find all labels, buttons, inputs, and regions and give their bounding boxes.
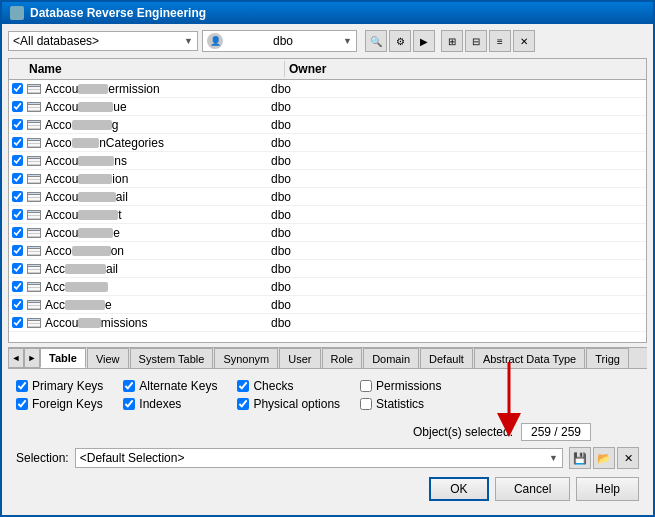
toolbar: <All databases> ▼ 👤 dbo ▼ 🔍 ⚙ ▶ ⊞ ⊟ ≡ ✕	[8, 30, 647, 52]
selection-clear-btn[interactable]: ✕	[617, 447, 639, 469]
table-row[interactable]: Accouion dbo	[9, 170, 646, 188]
physical-options-checkbox[interactable]	[237, 398, 249, 410]
row-checkbox-9[interactable]	[9, 245, 25, 256]
tab-abstract-data-type[interactable]: Abstract Data Type	[474, 348, 585, 368]
tab-system-table[interactable]: System Table	[130, 348, 214, 368]
row-owner-7: dbo	[267, 208, 646, 222]
row-owner-13: dbo	[267, 316, 646, 330]
row-owner-0: dbo	[267, 82, 646, 96]
tab-domain[interactable]: Domain	[363, 348, 419, 368]
tab-user[interactable]: User	[279, 348, 320, 368]
help-button[interactable]: Help	[576, 477, 639, 501]
row-table-icon-13	[25, 318, 43, 328]
foreign-keys-checkbox[interactable]	[16, 398, 28, 410]
tab-nav-back[interactable]: ◄	[8, 348, 24, 368]
row-checkbox-3[interactable]	[9, 137, 25, 148]
tab-table[interactable]: Table	[40, 348, 86, 368]
permissions-checkbox[interactable]	[360, 380, 372, 392]
tb-btn-6[interactable]: ≡	[489, 30, 511, 52]
table-row[interactable]: Accouue dbo	[9, 98, 646, 116]
table-row[interactable]: Accouermission dbo	[9, 80, 646, 98]
table-row[interactable]: Acc dbo	[9, 278, 646, 296]
row-table-icon-7	[25, 210, 43, 220]
tab-synonym[interactable]: Synonym	[214, 348, 278, 368]
row-name-blur-1	[78, 102, 113, 112]
row-table-icon-5	[25, 174, 43, 184]
checks-checkbox[interactable]	[237, 380, 249, 392]
row-name-suffix-13: missions	[101, 316, 148, 330]
tab-trigg[interactable]: Trigg	[586, 348, 629, 368]
objects-count-value: 259 / 259	[531, 425, 581, 439]
data-table: Name Owner Accouermission dbo	[8, 58, 647, 343]
table-row[interactable]: Accoon dbo	[9, 242, 646, 260]
ok-button[interactable]: OK	[429, 477, 489, 501]
row-name-prefix-12: Acc	[45, 298, 65, 312]
alternate-keys-label: Alternate Keys	[139, 379, 217, 393]
row-checkbox-13[interactable]	[9, 317, 25, 328]
row-name-13: Accoumissions	[43, 316, 267, 330]
tab-nav-forward[interactable]: ►	[24, 348, 40, 368]
row-owner-6: dbo	[267, 190, 646, 204]
tb-btn-2[interactable]: ⚙	[389, 30, 411, 52]
tb-btn-4[interactable]: ⊞	[441, 30, 463, 52]
table-row[interactable]: AcconCategories dbo	[9, 134, 646, 152]
alternate-keys-checkbox[interactable]	[123, 380, 135, 392]
row-checkbox-1[interactable]	[9, 101, 25, 112]
tab-default[interactable]: Default	[420, 348, 473, 368]
table-row[interactable]: Accoumissions dbo	[9, 314, 646, 332]
row-checkbox-12[interactable]	[9, 299, 25, 310]
table-row[interactable]: Accoue dbo	[9, 224, 646, 242]
window-title: Database Reverse Engineering	[30, 6, 206, 20]
foreign-keys-option: Foreign Keys	[16, 397, 103, 411]
row-checkbox-6[interactable]	[9, 191, 25, 202]
tb-btn-7[interactable]: ✕	[513, 30, 535, 52]
selection-save-btn[interactable]: 💾	[569, 447, 591, 469]
tb-btn-1[interactable]: 🔍	[365, 30, 387, 52]
row-name-12: Acce	[43, 298, 267, 312]
table-row[interactable]: Accout dbo	[9, 206, 646, 224]
primary-keys-checkbox[interactable]	[16, 380, 28, 392]
toolbar-buttons: 🔍 ⚙ ▶ ⊞ ⊟ ≡ ✕	[365, 30, 535, 52]
table-row[interactable]: Accouns dbo	[9, 152, 646, 170]
row-name-blur-13	[78, 318, 101, 328]
row-checkbox-0[interactable]	[9, 83, 25, 94]
selection-dropdown[interactable]: <Default Selection> ▼	[75, 448, 563, 468]
row-checkbox-8[interactable]	[9, 227, 25, 238]
row-checkbox-4[interactable]	[9, 155, 25, 166]
selection-open-btn[interactable]: 📂	[593, 447, 615, 469]
row-name-suffix-3: nCategories	[99, 136, 164, 150]
indexes-checkbox[interactable]	[123, 398, 135, 410]
tab-view[interactable]: View	[87, 348, 129, 368]
row-table-icon-11	[25, 282, 43, 292]
row-name-prefix-8: Accou	[45, 226, 78, 240]
row-name-prefix-5: Accou	[45, 172, 78, 186]
row-name-9: Accoon	[43, 244, 267, 258]
row-checkbox-2[interactable]	[9, 119, 25, 130]
tb-btn-5[interactable]: ⊟	[465, 30, 487, 52]
row-table-icon-2	[25, 120, 43, 130]
row-name-prefix-11: Acc	[45, 280, 65, 294]
user-dropdown[interactable]: 👤 dbo ▼	[202, 30, 357, 52]
physical-options-label: Physical options	[253, 397, 340, 411]
table-row[interactable]: Accouail dbo	[9, 188, 646, 206]
cancel-button[interactable]: Cancel	[495, 477, 570, 501]
row-checkbox-7[interactable]	[9, 209, 25, 220]
row-name-prefix-13: Accou	[45, 316, 78, 330]
row-checkbox-11[interactable]	[9, 281, 25, 292]
tb-btn-3[interactable]: ▶	[413, 30, 435, 52]
row-checkbox-5[interactable]	[9, 173, 25, 184]
tab-role[interactable]: Role	[322, 348, 363, 368]
statistics-checkbox[interactable]	[360, 398, 372, 410]
row-name-4: Accouns	[43, 154, 267, 168]
row-name-suffix-8: e	[113, 226, 120, 240]
table-row[interactable]: Accail dbo	[9, 260, 646, 278]
row-name-2: Accog	[43, 118, 267, 132]
table-body[interactable]: Accouermission dbo Accouue dbo	[9, 80, 646, 342]
table-row[interactable]: Accog dbo	[9, 116, 646, 134]
row-owner-5: dbo	[267, 172, 646, 186]
row-checkbox-10[interactable]	[9, 263, 25, 274]
options-col-3: Checks Physical options	[237, 379, 340, 411]
table-row[interactable]: Acce dbo	[9, 296, 646, 314]
database-dropdown[interactable]: <All databases> ▼	[8, 31, 198, 51]
row-owner-9: dbo	[267, 244, 646, 258]
